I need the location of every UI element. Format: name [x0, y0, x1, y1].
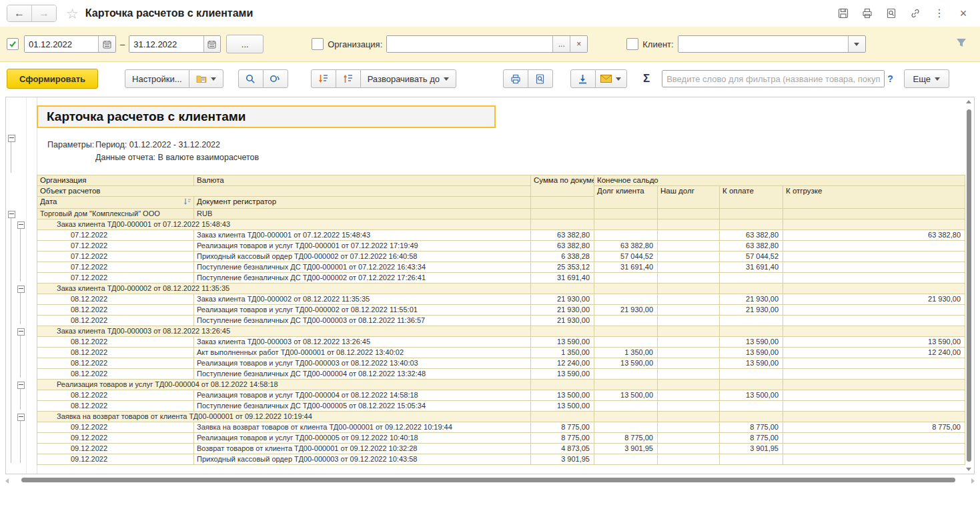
- table-cell[interactable]: [531, 380, 594, 390]
- table-cell[interactable]: [594, 294, 658, 305]
- scroll-left-icon[interactable]: [5, 478, 9, 484]
- table-cell[interactable]: [658, 326, 720, 337]
- table-cell[interactable]: Заказ клиента ТД00-000001 от 07.12.2022 …: [194, 230, 531, 241]
- table-cell[interactable]: 8 775,00: [720, 433, 783, 444]
- table-cell[interactable]: [594, 219, 658, 230]
- table-cell[interactable]: [658, 358, 720, 369]
- table-row[interactable]: 09.12.2022Приходный кассовый ордер ТД00-…: [37, 454, 965, 465]
- table-cell[interactable]: 07.12.2022: [37, 251, 194, 262]
- table-cell[interactable]: [783, 369, 965, 380]
- table-row[interactable]: 08.12.2022Заказ клиента ТД00-000002 от 0…: [37, 294, 965, 305]
- table-row[interactable]: 08.12.2022Акт выполненных работ ТД00-000…: [37, 348, 965, 358]
- horizontal-scroll-thumb[interactable]: [21, 478, 955, 482]
- save-file-button[interactable]: [570, 69, 596, 88]
- table-cell[interactable]: 07.12.2022: [37, 241, 194, 251]
- group-collapse-icon[interactable]: [17, 221, 25, 229]
- search-reset-button[interactable]: [263, 69, 288, 88]
- table-cell[interactable]: Заявка на возврат товаров от клиента ТД0…: [194, 422, 531, 433]
- table-cell[interactable]: 8 775,00: [594, 433, 658, 444]
- expand-groups-button[interactable]: [336, 69, 361, 88]
- vertical-scroll-thumb[interactable]: [967, 109, 971, 462]
- table-cell[interactable]: 8 775,00: [531, 422, 594, 433]
- table-cell[interactable]: [658, 401, 720, 412]
- favorite-star-icon[interactable]: ☆: [66, 7, 79, 21]
- table-cell[interactable]: 21 930,00: [720, 294, 783, 305]
- table-cell[interactable]: [658, 294, 720, 305]
- preview-icon[interactable]: [885, 7, 897, 19]
- org-clear-icon[interactable]: ×: [570, 36, 587, 52]
- table-cell[interactable]: 08.12.2022: [37, 401, 194, 412]
- table-cell[interactable]: [658, 273, 720, 284]
- table-cell[interactable]: [594, 209, 658, 219]
- table-cell[interactable]: 4 873,05: [531, 444, 594, 454]
- table-cell[interactable]: [720, 316, 783, 326]
- header-registrar[interactable]: Документ регистратор: [194, 197, 531, 209]
- org-select-button[interactable]: ...: [552, 36, 570, 52]
- expand-to-button[interactable]: Разворачивать до: [360, 69, 456, 88]
- org-checkbox[interactable]: [312, 38, 324, 50]
- table-row[interactable]: 08.12.2022Реализация товаров и услуг ТД0…: [37, 390, 965, 401]
- table-row[interactable]: 08.12.2022Поступление безналичных ДС ТД0…: [37, 316, 965, 326]
- table-cell[interactable]: 63 382,80: [720, 230, 783, 241]
- table-cell[interactable]: 13 590,00: [720, 348, 783, 358]
- table-cell[interactable]: [658, 284, 720, 294]
- table-cell[interactable]: Акт выполненных работ ТД00-000001 от 08.…: [194, 348, 531, 358]
- table-cell[interactable]: [658, 262, 720, 273]
- group-collapse-icon[interactable]: [17, 414, 25, 421]
- table-cell[interactable]: [658, 390, 720, 401]
- table-cell[interactable]: [658, 337, 720, 348]
- table-cell[interactable]: 08.12.2022: [37, 337, 194, 348]
- table-cell[interactable]: [594, 337, 658, 348]
- client-checkbox[interactable]: [626, 38, 638, 50]
- table-cell[interactable]: 07.12.2022: [37, 262, 194, 273]
- table-row[interactable]: Заказ клиента ТД00-000003 от 08.12.2022 …: [37, 326, 965, 337]
- header-currency[interactable]: Валюта: [194, 175, 531, 186]
- table-cell[interactable]: Реализация товаров и услуг ТД00-000004 о…: [194, 390, 531, 401]
- table-cell[interactable]: 1 350,00: [531, 348, 594, 358]
- table-cell[interactable]: Приходный кассовый ордер ТД00-000003 от …: [194, 454, 531, 465]
- table-cell[interactable]: 63 382,80: [720, 241, 783, 251]
- table-cell[interactable]: [720, 454, 783, 465]
- table-cell[interactable]: [783, 209, 965, 219]
- table-cell[interactable]: [783, 316, 965, 326]
- settings-button[interactable]: Настройки...: [125, 69, 189, 88]
- link-icon[interactable]: [909, 7, 921, 19]
- report-title-cell[interactable]: Карточка расчетов с клиентами: [37, 105, 496, 128]
- table-cell[interactable]: 07.12.2022: [37, 230, 194, 241]
- table-cell[interactable]: [720, 401, 783, 412]
- table-cell[interactable]: [594, 422, 658, 433]
- table-cell[interactable]: 08.12.2022: [37, 390, 194, 401]
- table-cell[interactable]: [783, 380, 965, 390]
- table-cell[interactable]: [658, 251, 720, 262]
- group-collapse-icon[interactable]: [8, 135, 15, 142]
- table-cell[interactable]: [658, 433, 720, 444]
- group-collapse-icon[interactable]: [17, 286, 25, 293]
- date-from-input[interactable]: [25, 36, 98, 52]
- table-cell[interactable]: 6 338,28: [531, 251, 594, 262]
- table-cell[interactable]: 3 901,95: [720, 444, 783, 454]
- date-to-input[interactable]: [129, 36, 203, 52]
- table-cell[interactable]: [531, 412, 594, 422]
- table-cell[interactable]: Заказ клиента ТД00-000002 от 08.12.2022 …: [194, 294, 531, 305]
- table-cell[interactable]: Заявка на возврат товаров от клиента ТД0…: [37, 412, 531, 422]
- table-cell[interactable]: 13 500,00: [531, 401, 594, 412]
- table-cell[interactable]: [783, 326, 965, 337]
- table-cell[interactable]: 63 382,80: [531, 241, 594, 251]
- table-row[interactable]: 08.12.2022Поступление безналичных ДС ТД0…: [37, 401, 965, 412]
- header-our-debt[interactable]: Наш долг: [658, 186, 720, 209]
- group-collapse-icon[interactable]: [17, 382, 25, 389]
- table-cell[interactable]: [658, 444, 720, 454]
- table-cell[interactable]: Заказ клиента ТД00-000001 от 07.12.2022 …: [37, 219, 531, 230]
- table-cell[interactable]: Заказ клиента ТД00-000003 от 08.12.2022 …: [37, 326, 531, 337]
- sort-ascending-icon[interactable]: [183, 198, 191, 207]
- table-cell[interactable]: [783, 433, 965, 444]
- table-cell[interactable]: [531, 284, 594, 294]
- table-cell[interactable]: Заказ клиента ТД00-000002 от 08.12.2022 …: [37, 284, 531, 294]
- table-row[interactable]: Заказ клиента ТД00-000002 от 08.12.2022 …: [37, 284, 965, 294]
- table-cell[interactable]: [658, 219, 720, 230]
- table-cell[interactable]: [531, 219, 594, 230]
- print-button[interactable]: [503, 69, 528, 88]
- table-cell[interactable]: [594, 273, 658, 284]
- print-icon[interactable]: [861, 7, 873, 19]
- table-cell[interactable]: [594, 284, 658, 294]
